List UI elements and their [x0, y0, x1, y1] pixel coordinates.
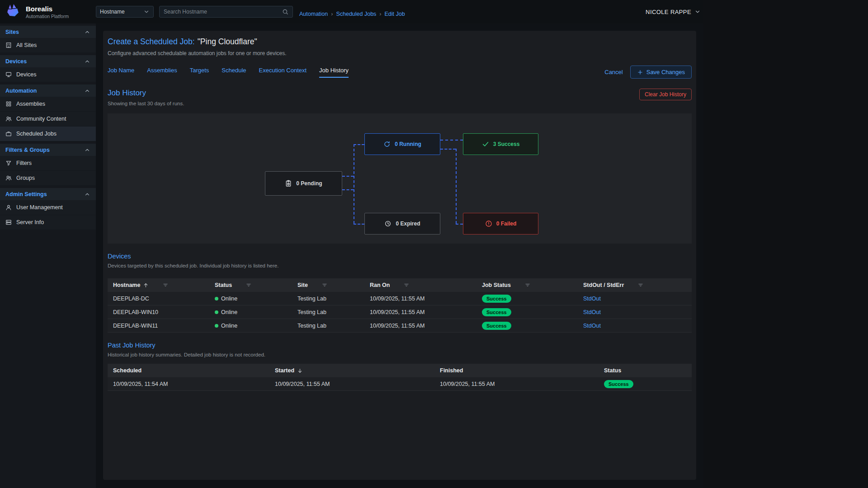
sidebar-item-label: Devices	[16, 71, 36, 78]
chevron-up-icon	[84, 191, 90, 197]
sidebar-item-server-info[interactable]: Server Info	[0, 215, 96, 230]
past-job-history-subheading: Historical job history summaries. Detail…	[108, 352, 692, 357]
job-status-cell: Success	[482, 322, 583, 330]
column-header-hostname[interactable]: Hostname	[108, 282, 215, 288]
brand: Borealis Automation Platform	[0, 3, 96, 20]
flow-node-expired[interactable]: 0 Expired	[364, 213, 440, 235]
status-badge: Success	[482, 295, 511, 303]
connector-line	[342, 189, 354, 190]
column-header-ran-on[interactable]: Ran On	[370, 282, 482, 288]
filter-icon[interactable]	[162, 282, 169, 288]
flow-node-label: 0 Expired	[396, 221, 420, 227]
breadcrumb-automation[interactable]: Automation	[299, 11, 328, 17]
column-header-scheduled[interactable]: Scheduled	[108, 367, 275, 374]
tab-schedule[interactable]: Schedule	[222, 67, 246, 78]
sidebar-item-label: Server Info	[16, 219, 44, 225]
stdout-cell: StdOut	[583, 309, 692, 315]
brand-subtitle: Automation Platform	[26, 14, 69, 19]
chevron-up-icon	[84, 58, 90, 65]
hostname-select-value: Hostname	[100, 9, 125, 15]
sidebar-item-filters[interactable]: Filters	[0, 156, 96, 171]
status-badge: Success	[482, 308, 511, 316]
sidebar-section-devices[interactable]: Devices	[0, 55, 96, 67]
sidebar-item-label: Groups	[16, 175, 35, 181]
filter-icon[interactable]	[637, 282, 644, 288]
stdout-link[interactable]: StdOut	[583, 323, 601, 329]
flow-node-success[interactable]: 3 Success	[463, 133, 538, 155]
breadcrumb-scheduled-jobs[interactable]: Scheduled Jobs	[336, 11, 376, 17]
check-icon	[482, 141, 489, 148]
hostname-cell: DEEPLAB-WIN10	[108, 309, 215, 315]
chevron-down-icon	[694, 9, 701, 15]
finished-cell: 10/09/2025, 11:55 AM	[440, 381, 604, 387]
ran-on-cell: 10/09/2025, 11:55 AM	[370, 296, 482, 302]
clear-job-history-button[interactable]: Clear Job History	[639, 89, 692, 100]
sort-desc-icon[interactable]	[297, 368, 303, 374]
tab-job-name[interactable]: Job Name	[108, 67, 134, 78]
users-icon	[5, 116, 12, 122]
hostname-select[interactable]: Hostname	[96, 6, 154, 18]
tab-assemblies[interactable]: Assemblies	[147, 67, 177, 78]
brand-name: Borealis	[26, 5, 69, 13]
column-header-finished[interactable]: Finished	[440, 367, 604, 374]
sidebar-section-admin-settings[interactable]: Admin Settings	[0, 188, 96, 200]
column-header-site[interactable]: Site	[297, 282, 370, 288]
stdout-link[interactable]: StdOut	[583, 296, 601, 302]
status-cell: Online	[215, 296, 297, 302]
past-job-history-section: Past Job History Historical job history …	[108, 342, 692, 391]
search-icon	[282, 9, 288, 15]
sidebar-section-automation[interactable]: Automation	[0, 84, 96, 97]
sidebar-item-label: Filters	[16, 160, 32, 166]
monitor-icon	[5, 71, 12, 78]
stdout-link[interactable]: StdOut	[583, 309, 601, 315]
hostname-searchbox	[159, 6, 293, 18]
search-input[interactable]	[164, 9, 282, 15]
sidebar-item-all-sites[interactable]: All Sites	[0, 38, 96, 53]
flow-node-running[interactable]: 0 Running	[364, 133, 440, 155]
sidebar-item-label: Scheduled Jobs	[16, 131, 57, 137]
table-row: DEEPLAB-WIN11 Online Testing Lab 10/09/2…	[108, 319, 692, 333]
column-header-stdout[interactable]: StdOut / StdErr	[583, 282, 692, 288]
tab-targets[interactable]: Targets	[190, 67, 209, 78]
page-title-job-name: "Ping Cloudflare"	[198, 37, 257, 46]
job-status-cell: Success	[482, 308, 583, 316]
devices-table-header: Hostname Status Site	[108, 278, 692, 292]
cancel-button[interactable]: Cancel	[604, 69, 623, 75]
flow-node-failed[interactable]: 0 Failed	[463, 213, 538, 235]
connector-line	[354, 144, 354, 224]
sidebar-item-label: User Management	[16, 204, 63, 211]
filter-icon[interactable]	[245, 282, 252, 288]
flow-node-pending[interactable]: 0 Pending	[265, 171, 342, 196]
sidebar-item-devices[interactable]: Devices	[0, 67, 96, 82]
sidebar-section-label: Admin Settings	[5, 191, 47, 197]
grid-icon	[5, 101, 12, 107]
hostname-cell: DEEPLAB-DC	[108, 296, 215, 302]
tab-job-history[interactable]: Job History	[319, 67, 349, 78]
column-header-status[interactable]: Status	[215, 282, 297, 288]
breadcrumb-edit-job[interactable]: Edit Job	[385, 11, 405, 17]
online-dot	[215, 297, 218, 300]
sidebar-section-sites[interactable]: Sites	[0, 26, 96, 38]
sidebar-item-assemblies[interactable]: Assemblies	[0, 97, 96, 112]
sidebar-item-scheduled-jobs[interactable]: Scheduled Jobs	[0, 127, 96, 141]
briefcase-icon	[5, 131, 12, 137]
sidebar-item-community-content[interactable]: Community Content	[0, 112, 96, 127]
user-menu[interactable]: NICOLE RAPPE	[646, 9, 703, 15]
sort-asc-icon[interactable]	[143, 282, 149, 288]
filter-icon[interactable]	[321, 282, 328, 288]
column-header-status[interactable]: Status	[604, 367, 692, 374]
building-icon	[5, 42, 12, 48]
filter-icon[interactable]	[403, 282, 410, 288]
tab-execution-context[interactable]: Execution Context	[259, 67, 307, 78]
column-header-job-status[interactable]: Job Status	[482, 282, 583, 288]
sidebar-item-groups[interactable]: Groups	[0, 171, 96, 186]
sidebar-item-label: Community Content	[16, 116, 66, 122]
user-icon	[5, 204, 12, 211]
save-changes-button[interactable]: Save Changes	[630, 66, 692, 79]
sidebar-item-user-management[interactable]: User Management	[0, 200, 96, 215]
job-status-flow: 0 Pending 0 Running 3 Success 0 Expired …	[108, 113, 692, 244]
column-header-started[interactable]: Started	[275, 367, 440, 374]
chevron-up-icon	[84, 147, 90, 153]
sidebar-section-filters-groups[interactable]: Filters & Groups	[0, 144, 96, 156]
filter-icon[interactable]	[524, 282, 531, 288]
